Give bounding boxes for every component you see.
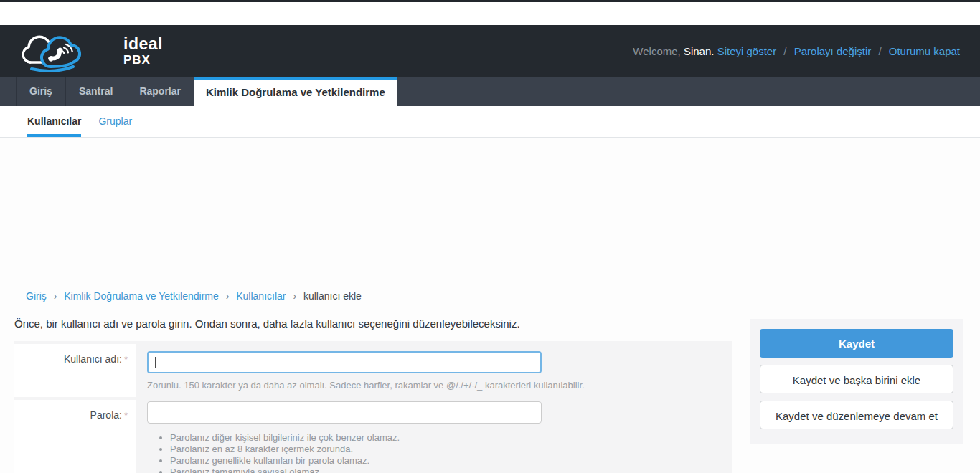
link-separator: / [783,45,786,57]
required-mark: * [124,354,128,365]
password-rule: Parolanız tamamıyla sayısal olamaz. [170,467,732,473]
change-password-link[interactable]: Parolayı değiştir [794,45,872,57]
welcome-label: Welcome, [633,45,680,57]
breadcrumb-auth[interactable]: Kimlik Doğrulama ve Yetkilendirme [64,290,219,302]
username-help-text: Zorunlu. 150 karakter ya da daha az olma… [147,380,732,391]
module-nav: Giriş Santral Raporlar Kimlik Doğrulama … [0,77,980,106]
nav-tab-santral[interactable]: Santral [66,77,126,106]
breadcrumb: Giriş › Kimlik Doğrulama ve Yetkilendirm… [26,290,362,302]
username-label: Kullanıcı adı: [64,353,122,365]
password-field-cell: Parolanız diğer kişisel bilgileriniz ile… [136,400,732,473]
add-user-form: Kullanıcı adı:* Zorunlu. 150 karakter ya… [14,341,732,473]
breadcrumb-current: kullanıcı ekle [303,290,362,302]
subnav-tab-kullanicilar[interactable]: Kullanıcılar [27,106,81,137]
username-row: Kullanıcı adı:* Zorunlu. 150 karakter ya… [14,344,732,397]
logo-brand: ideal [123,36,163,52]
password-label: Parola: [90,409,122,421]
content-area: Giriş › Kimlik Doğrulama ve Yetkilendirm… [0,138,980,473]
breadcrumb-separator: › [54,290,57,302]
password-input[interactable] [147,401,542,424]
required-mark: * [124,410,128,421]
logo[interactable]: ideal PBX [20,29,163,73]
breadcrumb-home[interactable]: Giriş [26,290,47,302]
password-label-cell: Parola:* [14,400,136,473]
user-tools: Welcome, Sinan. Siteyi göster / Parolayı… [633,45,960,57]
password-rules-list: Parolanız diğer kişisel bilgileriniz ile… [147,432,732,473]
password-rule: Parolanız en az 8 karakter içermek zorun… [170,444,732,455]
breadcrumb-separator: › [226,290,230,302]
app-header: ideal PBX Welcome, Sinan. Siteyi göster … [0,25,980,77]
text-cursor [155,357,156,368]
username: Sinan. [684,45,715,57]
save-add-another-button[interactable]: Kaydet ve başka birini ekle [760,365,953,393]
subnav: Kullanıcılar Gruplar [0,106,980,138]
breadcrumb-users[interactable]: Kullanıcılar [236,290,286,302]
username-field-cell: Zorunlu. 150 karakter ya da daha az olma… [136,344,732,397]
password-rule: Parolanız diğer kişisel bilgileriniz ile… [170,432,732,444]
save-actions-panel: Kaydet Kaydet ve başka birini ekle Kayde… [750,319,963,444]
top-accent-strip [0,0,980,2]
save-continue-editing-button[interactable]: Kaydet ve düzenlemeye devam et [760,401,953,429]
password-rule: Parolanız genellikle kullanılan bir paro… [170,455,732,467]
username-input[interactable] [147,351,542,373]
link-separator: / [878,45,881,57]
password-row: Parola:* Parolanız diğer kişisel bilgile… [14,400,732,473]
nav-tab-raporlar[interactable]: Raporlar [126,77,194,106]
username-label-cell: Kullanıcı adı:* [14,344,136,397]
breadcrumb-separator: › [293,290,296,302]
logout-link[interactable]: Oturumu kapat [889,45,960,57]
nav-tab-giris[interactable]: Giriş [16,77,66,106]
save-button[interactable]: Kaydet [760,329,953,358]
idealpbx-cloud-phone-icon [20,29,119,73]
logo-sub: PBX [123,54,163,66]
view-site-link[interactable]: Siteyi göster [717,45,777,57]
nav-tab-kimlik-dogrulama[interactable]: Kimlik Doğrulama ve Yetkilendirme [194,77,397,106]
form-intro-text: Önce, bir kullanıcı adı ve parola girin.… [14,317,520,330]
subnav-tab-gruplar[interactable]: Gruplar [98,106,132,137]
logo-text: ideal PBX [123,36,163,66]
